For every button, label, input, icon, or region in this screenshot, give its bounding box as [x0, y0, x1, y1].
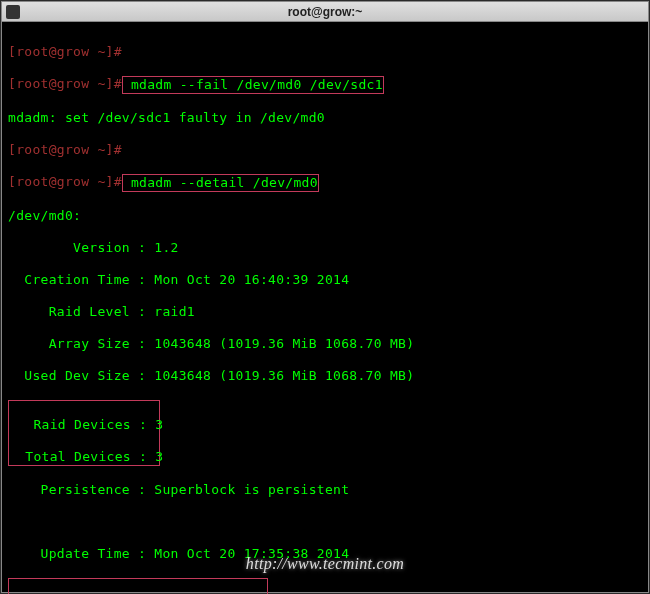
devices-box: Raid Devices : 3 Total Devices : 3	[8, 400, 160, 466]
terminal-body[interactable]: [root@grow ~]# [root@grow ~]# mdadm --fa…	[2, 22, 648, 592]
device-path: /dev/md0:	[8, 208, 644, 224]
version-line: Version : 1.2	[8, 240, 644, 256]
fail-output: mdadm: set /dev/sdc1 faulty in /dev/md0	[8, 110, 644, 126]
cmd-detail-line: [root@grow ~]# mdadm --detail /dev/md0	[8, 174, 644, 192]
title-text: root@grow:~	[288, 5, 363, 19]
terminal-window: root@grow:~ [root@grow ~]# [root@grow ~]…	[1, 1, 649, 593]
cmd-fail-line: [root@grow ~]# mdadm --fail /dev/md0 /de…	[8, 76, 644, 94]
blank-line	[8, 514, 644, 530]
total-devices-line: Total Devices : 3	[9, 449, 159, 465]
titlebar[interactable]: root@grow:~	[2, 2, 648, 22]
arraysize-line: Array Size : 1043648 (1019.36 MiB 1068.7…	[8, 336, 644, 352]
prompt-line: [root@grow ~]#	[8, 44, 644, 60]
app-icon	[6, 5, 20, 19]
raid-devices-line: Raid Devices : 3	[9, 417, 159, 433]
useddev-line: Used Dev Size : 1043648 (1019.36 MiB 106…	[8, 368, 644, 384]
raidlevel-line: Raid Level : raid1	[8, 304, 644, 320]
persistence-line: Persistence : Superblock is persistent	[8, 482, 644, 498]
creation-line: Creation Time : Mon Oct 20 16:40:39 2014	[8, 272, 644, 288]
update-line: Update Time : Mon Oct 20 17:35:38 2014	[8, 546, 644, 562]
state-box: State : clean, degraded Active Devices :…	[8, 578, 268, 594]
prompt-line: [root@grow ~]#	[8, 142, 644, 158]
